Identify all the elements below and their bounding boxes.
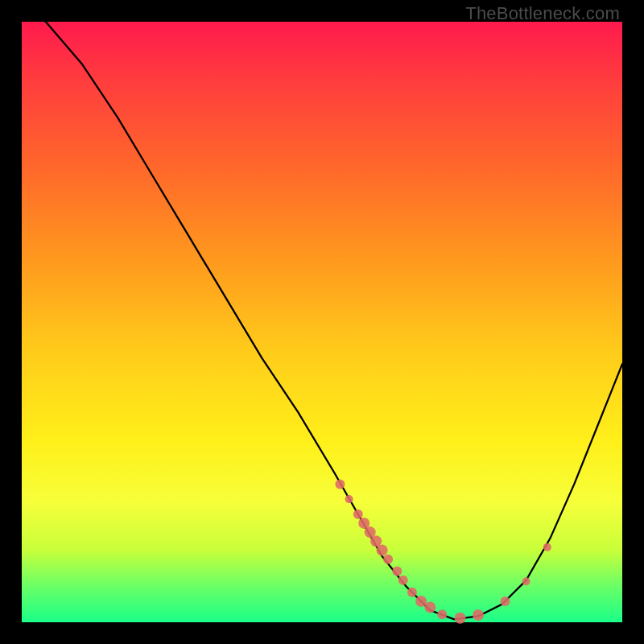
curve-marker [543, 543, 551, 551]
bottleneck-curve [22, 10, 622, 619]
curve-marker [501, 597, 510, 606]
curve-marker [377, 545, 388, 556]
curve-marker [437, 609, 447, 619]
curve-marker [424, 601, 436, 613]
curve-marker [455, 613, 466, 624]
curve-marker [335, 479, 345, 489]
curve-marker [522, 577, 530, 585]
curve-markers [335, 479, 551, 623]
curve-marker [392, 567, 402, 576]
curve-marker [473, 609, 484, 621]
chart-svg-overlay [0, 0, 644, 644]
curve-marker [353, 510, 363, 519]
bottleneck-curve-path [22, 10, 622, 619]
curve-marker [383, 555, 393, 564]
watermark-label: TheBottleneck.com [465, 3, 620, 24]
curve-marker [407, 588, 417, 597]
chart-container: TheBottleneck.com [0, 0, 644, 644]
curve-marker [398, 576, 408, 585]
curve-marker [345, 495, 353, 503]
